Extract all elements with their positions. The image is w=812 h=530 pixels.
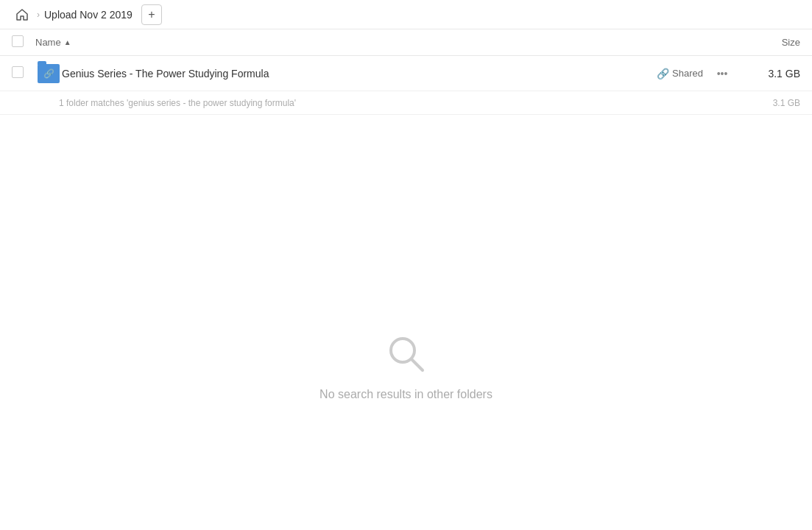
empty-search-icon (384, 332, 428, 376)
shared-badge: 🔗 Shared (657, 68, 703, 80)
shared-link-icon: 🔗 (657, 68, 669, 80)
table-row[interactable]: 🔗 Genius Series - The Power Studying For… (0, 56, 812, 91)
sort-arrow-icon: ▲ (64, 38, 71, 46)
home-icon (16, 9, 28, 21)
link-icon: 🔗 (43, 68, 54, 79)
size-column-label: Size (782, 37, 800, 48)
empty-state-text: No search results in other folders (319, 388, 493, 401)
breadcrumb-bar: › Upload Nov 2 2019 + (0, 0, 812, 29)
home-button[interactable] (12, 4, 32, 25)
svg-line-1 (412, 359, 423, 370)
checkbox-icon (12, 35, 24, 47)
add-icon: + (148, 8, 155, 21)
shared-label: Shared (672, 68, 703, 79)
file-size: 3.1 GB (741, 68, 800, 80)
more-options-button[interactable]: ••• (712, 63, 732, 84)
folder-icon-wrapper: 🔗 (35, 64, 62, 83)
name-column-label: Name (35, 37, 61, 48)
breadcrumb-chevron: › (37, 10, 40, 20)
match-info-size: 3.1 GB (773, 98, 800, 108)
row-checkbox[interactable] (12, 66, 35, 80)
header-checkbox[interactable] (12, 35, 35, 49)
more-icon: ••• (717, 68, 728, 80)
row-checkbox-icon (12, 66, 24, 78)
breadcrumb-text[interactable]: Upload Nov 2 2019 (44, 9, 133, 21)
folder-icon: 🔗 (38, 64, 60, 83)
match-info-bar: 1 folder matches 'genius series - the po… (0, 91, 812, 115)
empty-state: No search results in other folders (0, 115, 812, 530)
size-column-header[interactable]: Size (741, 37, 800, 48)
column-headers: Name ▲ Size (0, 29, 812, 56)
file-name[interactable]: Genius Series - The Power Studying Formu… (62, 68, 657, 80)
content-area: Name ▲ Size 🔗 Genius Series - The Power … (0, 29, 812, 530)
add-button[interactable]: + (141, 4, 162, 25)
name-column-header[interactable]: Name ▲ (35, 37, 741, 48)
match-info-text: 1 folder matches 'genius series - the po… (59, 98, 296, 108)
